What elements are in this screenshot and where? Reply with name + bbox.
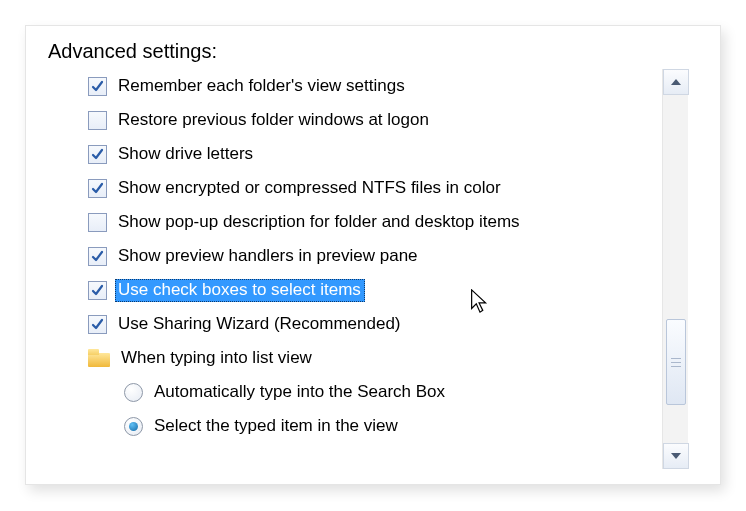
list-item[interactable]: Remember each folder's view settings	[88, 69, 652, 103]
list-item[interactable]: Automatically type into the Search Box	[124, 375, 652, 409]
item-label: Show pop-up description for folder and d…	[115, 211, 524, 234]
panel-title: Advanced settings:	[46, 40, 700, 63]
scrollbar[interactable]	[662, 69, 688, 469]
checkbox[interactable]	[88, 281, 107, 300]
settings-list-container: Remember each folder's view settingsRest…	[88, 69, 688, 469]
item-label: When typing into list view	[118, 347, 316, 370]
scroll-thumb[interactable]	[666, 319, 686, 405]
checkbox[interactable]	[88, 315, 107, 334]
item-label: Use Sharing Wizard (Recommended)	[115, 313, 405, 336]
checkbox[interactable]	[88, 213, 107, 232]
item-label: Restore previous folder windows at logon	[115, 109, 433, 132]
list-item[interactable]: Show pop-up description for folder and d…	[88, 205, 652, 239]
folder-icon	[88, 349, 110, 367]
item-label: Show preview handlers in preview pane	[115, 245, 422, 268]
list-item[interactable]: When typing into list view	[88, 341, 652, 375]
list-item[interactable]: Show drive letters	[88, 137, 652, 171]
item-label: Remember each folder's view settings	[115, 75, 409, 98]
list-item[interactable]: Select the typed item in the view	[124, 409, 652, 443]
list-item[interactable]: Show preview handlers in preview pane	[88, 239, 652, 273]
list-item[interactable]: Use check boxes to select items	[88, 273, 652, 307]
settings-list[interactable]: Remember each folder's view settingsRest…	[88, 69, 652, 469]
item-label: Show encrypted or compressed NTFS files …	[115, 177, 505, 200]
scroll-up-button[interactable]	[663, 69, 689, 95]
checkbox[interactable]	[88, 77, 107, 96]
item-label: Select the typed item in the view	[151, 415, 402, 438]
radio[interactable]	[124, 417, 143, 436]
scroll-down-button[interactable]	[663, 443, 689, 469]
checkbox[interactable]	[88, 145, 107, 164]
checkbox[interactable]	[88, 247, 107, 266]
checkbox[interactable]	[88, 179, 107, 198]
list-item[interactable]: Show encrypted or compressed NTFS files …	[88, 171, 652, 205]
advanced-settings-panel: Advanced settings: Remember each folder'…	[25, 25, 721, 485]
checkbox[interactable]	[88, 111, 107, 130]
list-item[interactable]: Restore previous folder windows at logon	[88, 103, 652, 137]
item-label: Use check boxes to select items	[115, 279, 365, 302]
item-label: Automatically type into the Search Box	[151, 381, 449, 404]
radio[interactable]	[124, 383, 143, 402]
item-label: Show drive letters	[115, 143, 257, 166]
list-item[interactable]: Use Sharing Wizard (Recommended)	[88, 307, 652, 341]
